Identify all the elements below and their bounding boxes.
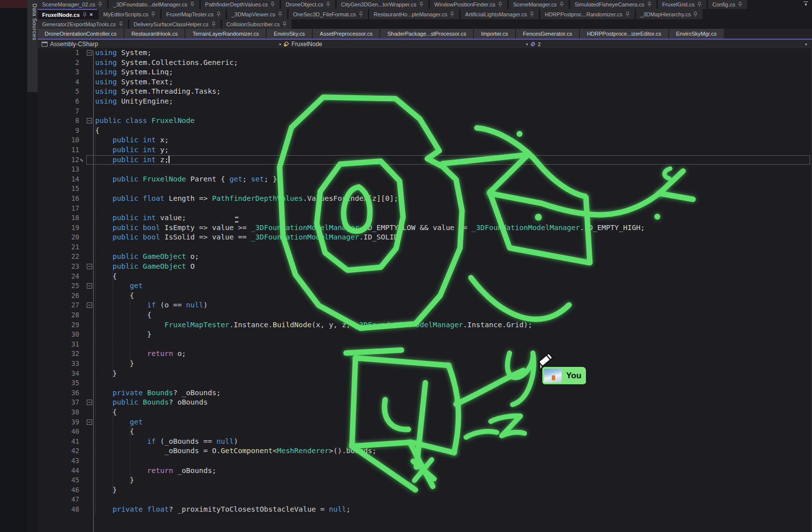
fold-toggle-icon[interactable]: − [87,283,92,289]
pin-icon[interactable] [529,11,534,17]
code-line[interactable]: 45 − ✎ } [38,475,812,485]
pin-icon[interactable] [738,1,743,7]
fold-toggle-icon[interactable]: − [87,50,92,56]
pin-icon[interactable] [693,11,698,17]
code-line[interactable]: 11 − ✎ public int y; [38,145,812,155]
code-line[interactable]: 12 − ✎ public int z; [38,155,812,165]
code-line[interactable]: 3 − ✎ using System.Linq; [38,67,812,77]
code-line[interactable]: 21 − ✎ [38,242,812,252]
fold-toggle-icon[interactable]: − [87,302,92,308]
code-line[interactable]: 1 − ✎ using System; [38,48,812,58]
document-tab[interactable]: CollisionSubscriber.cs [222,19,292,29]
pin-icon[interactable] [419,1,424,7]
code-line[interactable]: 27 − ✎ if (o == null) [38,300,812,310]
code-line[interactable]: 2 − ✎ using System.Collections.Generic; [38,58,812,68]
document-tab[interactable]: _3DFoundatio...delManager.cs [109,0,199,9]
code-line[interactable]: 23 − ✎ public GameObject O [38,262,812,272]
document-tab[interactable]: SimulatedFisheyeCamera.cs [570,0,656,9]
pin-icon[interactable] [151,11,156,17]
code-line[interactable]: 8 − ✎ public class FruxelNode [38,116,812,126]
document-tab[interactable]: OneSec3D_FileFormat.cs [289,9,368,19]
document-tab[interactable]: MyEditorScripts.cs [99,9,160,19]
document-tab[interactable]: PathfinderDepthValues.cs [201,0,280,9]
document-tab[interactable]: EnviroSky.cs [267,29,312,39]
code-line[interactable]: 47 − ✎ [38,495,812,505]
code-line[interactable]: 48 − ✎ private float? _proximityToCloses… [38,505,812,515]
document-tab[interactable]: Importer.cs [474,29,515,39]
pin-icon[interactable] [282,21,287,27]
document-tab[interactable]: ShaderPackage...stProcessor.cs [380,29,473,39]
fold-toggle-icon[interactable]: − [87,264,92,269]
pin-icon[interactable] [98,1,103,7]
pin-icon[interactable] [647,1,652,7]
code-line[interactable]: 34 − ✎ } [38,369,812,379]
code-line[interactable]: 43 − ✎ [38,456,812,466]
code-line[interactable]: 32 − ✎ return o; [38,349,812,359]
document-tab[interactable]: FruxelNode.cs × [38,9,97,19]
data-sources-tool-tab[interactable]: Data Sources [27,0,38,92]
document-tab[interactable]: FruxelMapTester.cs [162,9,225,19]
document-tab[interactable]: RestaurantHook.cs [124,29,185,39]
pin-icon[interactable] [211,21,216,27]
code-line[interactable]: 39 − ✎ get [38,417,812,427]
document-tab[interactable]: DroneObject.cs [281,0,335,9]
code-line[interactable]: 18 − ✎ public int value; [38,213,812,223]
document-tab[interactable]: ArtificialLightsManager.cs [461,9,539,19]
document-tab[interactable]: AssetPreprocessor.cs [313,29,379,39]
pin-icon[interactable] [625,11,630,17]
code-line[interactable]: 19 − ✎ public bool IsEmpty => value >= _… [38,223,812,233]
pin-icon[interactable] [326,1,331,7]
pin-icon[interactable] [559,1,564,7]
code-line[interactable]: 28 − ✎ { [38,310,812,320]
type-dropdown[interactable]: ▾ FruxelNode [279,40,322,49]
close-icon[interactable]: × [90,12,93,17]
tab-overflow-dropdown-icon[interactable]: ▾ [804,1,808,7]
code-line[interactable]: 29 − ✎ FruxelMapTester.Instance.BuildNod… [38,320,812,330]
code-editor[interactable]: 1 − ✎ using System; 2 − ✎ using System.C… [38,48,812,532]
code-line[interactable]: 37 − ✎ public Bounds? oBounds [38,398,812,408]
document-tab[interactable]: HDRPPostproce...izerEditor.cs [580,29,668,39]
fold-toggle-icon[interactable]: − [87,400,92,405]
document-tab[interactable]: HDRPPostproc...Randomizer.cs [540,9,635,19]
pin-icon[interactable] [82,12,87,18]
document-tab[interactable]: _3DMapHierarchy.cs [636,9,703,19]
document-tab[interactable]: SceneManager_02.cs [38,0,107,9]
code-line[interactable]: 7 − ✎ [38,107,812,117]
code-line[interactable]: 36 − ✎ private Bounds? _oBounds; [38,388,812,398]
code-line[interactable]: 5 − ✎ using System.Threading.Tasks; [38,87,812,97]
pin-icon[interactable] [450,11,455,17]
code-line[interactable]: 44 − ✎ return _oBounds; [38,466,812,476]
document-tab[interactable]: CityGen3DGen...torWrapper.cs [337,0,428,9]
code-line[interactable]: 35 − ✎ [38,378,812,388]
project-dropdown[interactable]: Assembly-CSharp [42,40,98,49]
code-line[interactable]: 46 − ✎ } [38,485,812,495]
document-tab[interactable]: EnviroSkyMgr.cs [669,29,724,39]
document-tab[interactable]: Config.cs [708,0,747,9]
pin-icon[interactable] [358,11,363,17]
member-dropdown[interactable]: ▾ z [526,40,541,49]
document-tab[interactable]: DroneOrientationController.cs [38,29,123,39]
document-tab[interactable]: _3DMapViewer.cs [227,9,287,19]
document-tab[interactable]: Generator2ExportMapTools.cs [38,19,128,29]
code-line[interactable]: 13 − ✎ [38,165,812,175]
pin-icon[interactable] [697,1,702,7]
pin-icon[interactable] [190,1,195,7]
document-tab[interactable]: RestaurantHo...pleManager.cs [369,9,460,19]
code-line[interactable]: 40 − ✎ { [38,427,812,437]
code-line[interactable]: 31 − ✎ [38,340,812,350]
document-tab[interactable]: DeliverySurfaceClassHelper.cs [129,19,221,29]
code-line[interactable]: 25 − ✎ get [38,281,812,291]
code-line[interactable]: 10 − ✎ public int x; [38,135,812,145]
code-line[interactable]: 24 − ✎ { [38,272,812,282]
code-line[interactable]: 9 − ✎ { [38,126,812,136]
code-line[interactable]: 20 − ✎ public bool IsSolid => value == _… [38,233,812,242]
pin-icon[interactable] [118,21,123,27]
code-line[interactable]: 26 − ✎ { [38,291,812,301]
member-dropdown-chevron[interactable]: ▾ [805,40,807,49]
code-line[interactable]: 42 − ✎ _oBounds = O.GetComponent<MeshRen… [38,446,812,456]
code-line[interactable]: 6 − ✎ using UnityEngine; [38,97,812,107]
document-tab[interactable]: FruxelGrid.cs [658,0,706,9]
document-tab[interactable]: SceneManager.cs [509,0,569,9]
document-tab[interactable]: TerrainLayerRandomizer.cs [185,29,266,39]
code-line[interactable]: 41 − ✎ if (_oBounds == null) [38,437,812,447]
